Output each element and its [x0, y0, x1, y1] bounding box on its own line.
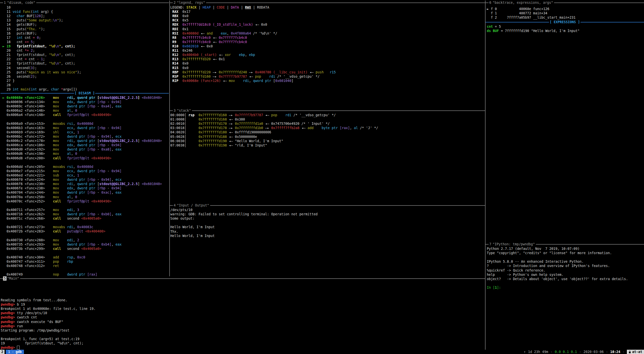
terminal-line: R13 0x7fffffffd320 ◂— 0x1 [170, 57, 336, 61]
terminal-line: 0x400740 <func+304> add rsp, 0xc0 [1, 255, 162, 259]
disassembly-view[interactable]: ► 0x40068e <func+126> mov rdi, qword ptr… [1, 96, 162, 277]
terminal-line: R15 0x0 [170, 66, 336, 70]
border-line [192, 110, 485, 111]
pane-title: "legend, regs" [177, 1, 205, 5]
terminal-line: 11 void func(int arg) { [1, 10, 81, 14]
terminal-line: 0x4006bc <func+172> mov dword ptr [rbp -… [1, 134, 162, 139]
status-right: ↑ 1d 23h 49m ‹ 0.0 0.1 0.1 ‹ 2020-03-06 … [524, 350, 644, 354]
terminal-line: 0x40071c <func+268> call second <0x4005a… [1, 216, 162, 221]
terminal-line: 0x4006a2 <func+146> mov al, 0 [1, 108, 162, 113]
terminal-line: 24 second(3); [1, 66, 81, 70]
terminal-line: 15 puts("Thx. "); [1, 27, 81, 31]
terminal-line: 27 } [1, 79, 81, 83]
terminal-line: R9 0x7ffff7fcb4c0 ◂— 0x7ffff7fcb4c0 [170, 40, 336, 44]
terminal-line: 0x40073b <func+299> call second <0x4005a… [1, 247, 162, 251]
pane-number: 7 [489, 242, 492, 246]
vertical-divider-left[interactable] [169, 1, 170, 276]
status-date: 2020-03-06 [584, 350, 604, 354]
session-badge[interactable]: 2 [0, 350, 5, 354]
gdb-console[interactable]: Reading symbols from test...done.pwndbg>… [1, 298, 95, 350]
pane-title: "Input / Output" [177, 203, 209, 208]
pane-border-backtrace: 6 "backtrace, expressions, args" [486, 1, 644, 5]
terminal-line: R11 0x246 [170, 48, 336, 53]
terminal-line [1, 117, 162, 122]
terminal-line: f 2 7ffff7a05b97 __libc_start_main+231 [487, 15, 575, 20]
vertical-divider-right[interactable] [485, 1, 486, 350]
window-tab-gdb[interactable]: 1 › gdb [6, 350, 24, 354]
expressions-view[interactable]: cnt = 5ds BUF = 7fffffffd190 "Hello Worl… [487, 24, 579, 33]
terminal-line [1, 221, 162, 225]
pane-border-stack: 3 "stack" [170, 108, 485, 113]
terminal-line: 0x4006b9 <func+169> shl ecx, 1 [1, 130, 162, 134]
pane-border-io: 4 "Input / Output" [170, 203, 485, 208]
terminal-line: 17 int cnt = 0; [1, 36, 81, 40]
terminal-line: Starting program: /tmp/pwndbg/test [1, 328, 95, 333]
terminal-line: 0x40069c <func+140> mov dword ptr [rbp -… [1, 104, 162, 108]
pane-title: "stack" [177, 108, 191, 113]
terminal-line: 01:0008│ 0x7fffffffd168 ◂— 0x380 [170, 117, 378, 122]
terminal-line [1, 160, 162, 165]
io-view[interactable]: /dev/pts/10warning: GDB: Failed to set c… [170, 208, 317, 238]
terminal-line: warning: GDB: Failed to set controlling … [170, 212, 317, 216]
stack-view[interactable]: 00:0000│ rsp 0x7fffffffd160 —▸ 0x7ffff7b… [170, 113, 378, 148]
terminal-line: pwndbg> cwatch execute "ds BUF" [1, 320, 95, 324]
source-code-view[interactable]: 10 11 void func(int arg) { 12 char BUF[1… [1, 5, 81, 92]
status-time: 10:24 [610, 350, 620, 354]
border-dash [0, 3, 3, 3]
terminal-line: 0x400721 <func+273> movabs rdi, 0x40083c [1, 225, 162, 229]
terminal-line: 26 second(2); [1, 74, 81, 79]
hostname-text: at-at [632, 350, 642, 354]
terminal-line [487, 255, 628, 259]
terminal-line: pwndbg> cwatch cnt [1, 315, 95, 319]
registers-view[interactable]: LEGEND: STACK | HEAP | CODE | DATA | RWX… [170, 5, 336, 83]
backtrace-view[interactable]: ► f 0 40068e func+126 f 1 400772 main+34… [487, 7, 575, 20]
expressions-separator-label: [ EXPRESSIONS ] [549, 20, 580, 24]
terminal-line: Breakpoint 1 at 0x40068e: file test.c, l… [1, 307, 95, 311]
pane-border-legend-regs: 2 "legend, regs" [170, 1, 485, 5]
terminal-line: 0x400696 <func+134> mov edx, dword ptr [… [1, 100, 162, 104]
terminal-line: 0x4006b3 <func+163> mov ecx, dword ptr [… [1, 126, 162, 130]
terminal-line: Some output: [170, 216, 317, 221]
pane-number: 4 [173, 203, 176, 208]
terminal-line [1, 268, 162, 272]
border-dash [170, 205, 173, 206]
chevron-left-icon: ‹ [551, 350, 553, 354]
terminal-line: 23 fprintf(stdout, "%d\n", cnt); [1, 61, 81, 66]
terminal-line: ► 19 fprintf(stdout, "%d\n", cnt); [1, 44, 81, 48]
terminal-line: cnt = 5 [487, 24, 579, 29]
terminal-line: ► 0x40068e <func+126> mov rdi, qword ptr… [1, 96, 162, 100]
expressions-separator: [ EXPRESSIONS ] [486, 20, 644, 24]
border-line [36, 3, 169, 3]
border-line [554, 3, 644, 3]
terminal-line: RSI 0x40080d ◂— and eax, 0x4f000a64 /* '… [170, 31, 336, 36]
chevron-left-icon: ‹ [579, 350, 581, 354]
pane-title: "backtrace, expressions, args" [493, 1, 553, 5]
pane-border-main: 5 "Main" [0, 276, 485, 281]
terminal-line [487, 281, 628, 285]
terminal-line: ► f 0 40068e func+126 [487, 7, 575, 11]
terminal-line: 13 puts("Some output:\n"); [1, 18, 81, 22]
terminal-line: 21 fprintf(stdout, "%d\n", cnt); [1, 53, 81, 57]
terminal-line: 12 char BUF[128]; [1, 14, 81, 18]
terminal-line: R14 0x0 [170, 61, 336, 66]
border-dash [0, 278, 3, 279]
terminal-line: pwndbg> tty /dev/pts/10 [1, 311, 95, 315]
terminal-line: Python 2.7.17 (default, Nov 7 2019, 10:0… [487, 247, 628, 251]
terminal-line: In [1]: [487, 285, 628, 290]
border-dash [170, 3, 173, 3]
terminal-line: %quickref -> Quick reference. [487, 268, 628, 273]
separator-line [1, 93, 74, 94]
terminal-line: 0x40070c <func+252> call fprintf@plt <0x… [1, 199, 162, 203]
terminal-line: 0x400704 <func+244> mov dword ptr [rbp -… [1, 190, 162, 195]
terminal-line: 0x4006f6 <func+230> mov rdi, qword ptr [… [1, 182, 162, 186]
lock-icon [629, 350, 631, 353]
terminal-line: 0x40072b <func+283> call puts@plt <0x400… [1, 229, 162, 233]
terminal-line: RDX 0x7ffff7dd18c0 (_IO_stdfile_1_lock) … [170, 22, 336, 27]
ipython-view[interactable]: Python 2.7.17 (default, Nov 7 2019, 10:0… [487, 247, 628, 290]
tmux-pwndbg-screen: 1 "disasm, code" 2 "legend, regs" 6 "bac… [0, 0, 644, 354]
terminal-line: 14 gets(BUF); [1, 22, 81, 27]
pane-title: "IPython: tmp/pwndbg" [493, 242, 535, 246]
terminal-line: 28 [1, 83, 81, 87]
hostname-badge: at-at [627, 350, 644, 354]
window-name: gdb [16, 350, 22, 354]
